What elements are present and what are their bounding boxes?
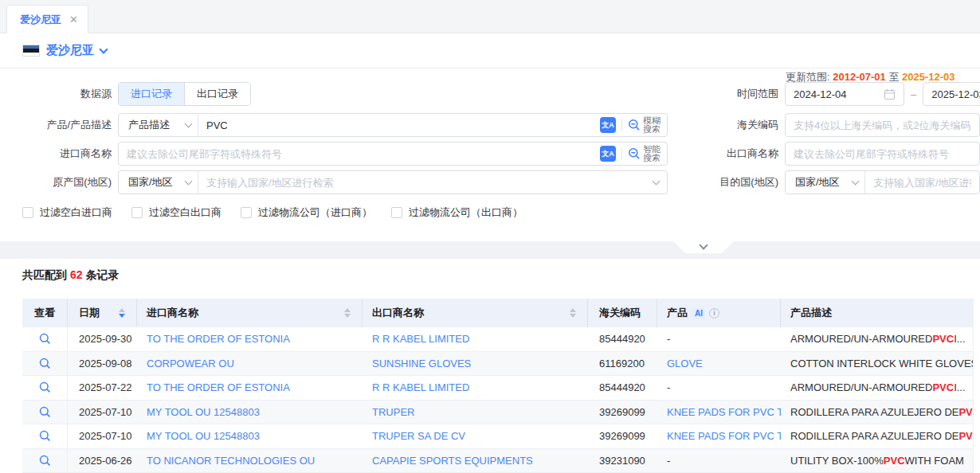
importer-field: 文A 智能搜索 <box>118 142 668 166</box>
filter-checkbox[interactable]: 过滤空白进口商 <box>22 205 112 220</box>
table-row: 2025-07-10MY TOOL OU 12548803TRUPER SA D… <box>22 424 974 449</box>
product-input[interactable] <box>198 114 600 136</box>
filter-checkbox[interactable]: 过滤物流公司（进口商） <box>241 205 372 220</box>
divider <box>621 119 622 131</box>
tab-export-records[interactable]: 出口记录 <box>184 83 250 105</box>
chevron-down-icon[interactable] <box>99 45 108 53</box>
row-description: ARMOURED/UN-ARMOURED PVC I... <box>781 327 974 351</box>
tab-bar: 爱沙尼亚 ✕ <box>0 0 980 33</box>
data-source-segmented: 进口记录 出口记录 <box>118 82 251 106</box>
importer-link[interactable]: TO NICANOR TECHNOLOGIES OU <box>147 455 315 467</box>
checkbox-icon[interactable] <box>391 207 402 218</box>
close-icon[interactable]: ✕ <box>69 14 78 25</box>
translate-icon[interactable]: 文A <box>600 146 616 162</box>
hs-code-field[interactable] <box>785 113 980 137</box>
view-magnifier-icon <box>39 430 51 442</box>
view-magnifier-icon <box>39 333 51 345</box>
tab-import-records[interactable]: 进口记录 <box>119 83 184 105</box>
importer-link[interactable]: TO THE ORDER OF ESTONIA <box>147 381 290 393</box>
view-record-button[interactable] <box>39 381 51 393</box>
filter-panel: 更新范围: 2012-07-01 至 2025-12-03 数据源 进口记录 出… <box>0 68 980 241</box>
date-end-field[interactable] <box>923 82 980 106</box>
country-name[interactable]: 爱沙尼亚 <box>46 43 94 58</box>
destination-field: 国家/地区 <box>785 170 980 194</box>
checkbox-icon[interactable] <box>241 207 252 218</box>
origin-label: 原产国(地区) <box>0 175 112 190</box>
exporter-label: 出口商名称 <box>668 147 778 161</box>
time-range-label: 时间范围 <box>668 87 778 101</box>
chevron-down-icon <box>185 120 193 128</box>
view-record-button[interactable] <box>39 406 51 418</box>
date-range-separator: – <box>911 88 916 100</box>
view-record-button[interactable] <box>39 455 51 467</box>
exporter-input[interactable] <box>786 143 979 165</box>
exporter-link[interactable]: SUNSHINE GLOVES <box>372 358 471 369</box>
filter-checkbox[interactable]: 过滤空白出口商 <box>131 205 221 220</box>
fuzzy-search-label: 模糊搜索 <box>643 116 661 134</box>
row-date: 2025-07-10 <box>68 401 137 424</box>
exporter-field[interactable] <box>785 142 980 166</box>
importer-link[interactable]: MY TOOL OU 12548803 <box>147 430 260 442</box>
view-record-button[interactable] <box>39 430 51 442</box>
col-header-date[interactable]: 日期 <box>68 299 137 327</box>
table-row: 2025-06-26TO NICANOR TECHNOLOGIES OUCAPA… <box>22 449 974 473</box>
hs-code-input[interactable] <box>786 114 979 136</box>
importer-link[interactable]: MY TOOL OU 12548803 <box>147 406 260 418</box>
col-header-view: 查看 <box>22 299 68 327</box>
view-magnifier-icon <box>39 358 51 369</box>
table-header: 查看 日期 进口商名称 出口商名称 海关编码 产品 AI i <box>22 299 974 327</box>
importer-input[interactable] <box>119 143 600 165</box>
exporter-link[interactable]: TRUPER SA DE CV <box>372 430 465 442</box>
smart-search-label: 智能搜索 <box>643 145 661 162</box>
table-row: 2025-09-30TO THE ORDER OF ESTONIAR R KAB… <box>22 327 974 352</box>
fuzzy-search-button[interactable]: 模糊搜索 <box>628 116 661 134</box>
row-description: ARMOURED/UN-ARMOURED PVC I... <box>781 376 974 400</box>
product-link[interactable]: GLOVE <box>667 358 703 369</box>
exporter-link[interactable]: R R KABEL LIMITED <box>372 381 469 393</box>
product-label: 产品/产品描述 <box>0 118 112 132</box>
exporter-link[interactable]: TRUPER <box>372 406 414 418</box>
exporter-link[interactable]: CAPAPIE SPORTS EQUIPMENTS <box>372 455 533 467</box>
chevron-down-icon <box>852 178 860 186</box>
col-header-exporter[interactable]: 出口商名称 <box>363 299 588 327</box>
view-record-button[interactable] <box>39 358 51 369</box>
update-range-to: 2025-12-03 <box>902 71 955 83</box>
zoom-search-icon <box>628 147 641 160</box>
chevron-down-icon[interactable] <box>653 178 661 186</box>
sort-icon[interactable] <box>344 308 351 318</box>
checkbox-icon[interactable] <box>131 207 143 218</box>
checkbox-icon[interactable] <box>22 207 33 218</box>
sort-icon[interactable] <box>119 308 125 318</box>
date-start-field[interactable] <box>785 82 904 106</box>
row-hs-code: 61169200 <box>588 352 657 376</box>
view-record-button[interactable] <box>39 333 51 345</box>
importer-link[interactable]: TO THE ORDER OF ESTONIA <box>147 333 290 345</box>
row-hs-code: 39231090 <box>588 449 657 473</box>
translate-icon[interactable]: 文A <box>600 117 616 133</box>
importer-label: 进口商名称 <box>0 147 112 161</box>
exporter-link[interactable]: R R KABEL LIMITED <box>372 333 469 345</box>
importer-link[interactable]: CORPOWEAR OU <box>147 358 234 369</box>
sort-icon[interactable] <box>570 308 576 318</box>
info-icon[interactable]: i <box>709 308 719 319</box>
country-header: 爱沙尼亚 <box>0 33 980 68</box>
filter-checkbox[interactable]: 过滤物流公司（出口商） <box>391 205 523 220</box>
origin-type-select[interactable]: 国家/地区 <box>119 171 198 194</box>
date-end-input[interactable] <box>923 83 980 105</box>
destination-type-select[interactable]: 国家/地区 <box>786 171 865 194</box>
col-header-importer[interactable]: 进口商名称 <box>137 299 363 327</box>
results-panel: 共匹配到62条记录 查看 日期 进口商名称 出口商名称 海关编码 <box>0 259 980 473</box>
destination-input[interactable] <box>865 171 979 194</box>
calendar-icon <box>884 88 896 100</box>
product-type-select[interactable]: 产品描述 <box>119 114 198 136</box>
tab-estonia[interactable]: 爱沙尼亚 ✕ <box>6 5 88 33</box>
col-header-product: 产品 AI i <box>657 299 781 327</box>
chevron-down-icon <box>699 240 708 249</box>
update-range-label: 更新范围: <box>786 71 830 83</box>
origin-input[interactable] <box>198 171 653 194</box>
date-start-input[interactable] <box>786 83 884 105</box>
product-link[interactable]: KNEE PADS FOR PVC T... <box>667 406 781 418</box>
product-link[interactable]: KNEE PADS FOR PVC T... <box>667 430 781 442</box>
destination-label: 目的国(地区) <box>668 175 778 190</box>
smart-search-button[interactable]: 智能搜索 <box>628 145 661 162</box>
